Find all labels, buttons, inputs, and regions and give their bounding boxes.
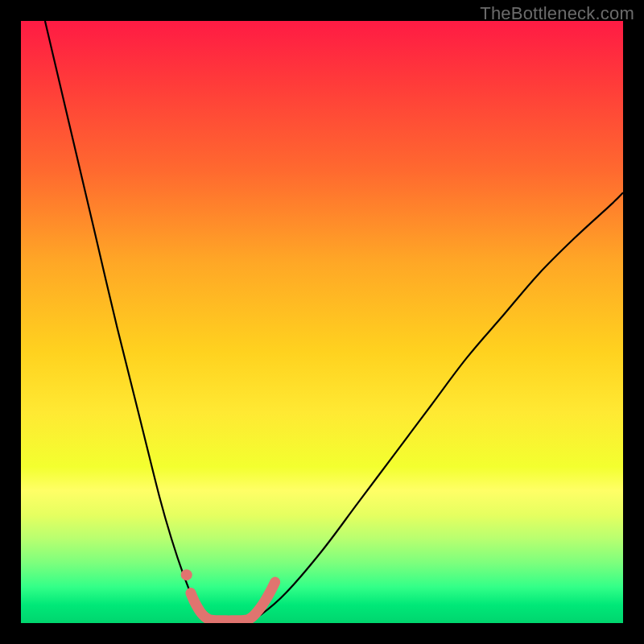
- bottleneck-curve-plot: [21, 21, 623, 623]
- salmon-dot-left: [181, 569, 192, 580]
- curve-right-branch: [250, 192, 623, 619]
- curve-left-branch: [45, 21, 208, 620]
- chart-frame: [21, 21, 623, 623]
- salmon-marker-flat: [208, 620, 248, 621]
- salmon-marker-right: [249, 582, 275, 619]
- watermark-text: TheBottleneck.com: [480, 3, 634, 24]
